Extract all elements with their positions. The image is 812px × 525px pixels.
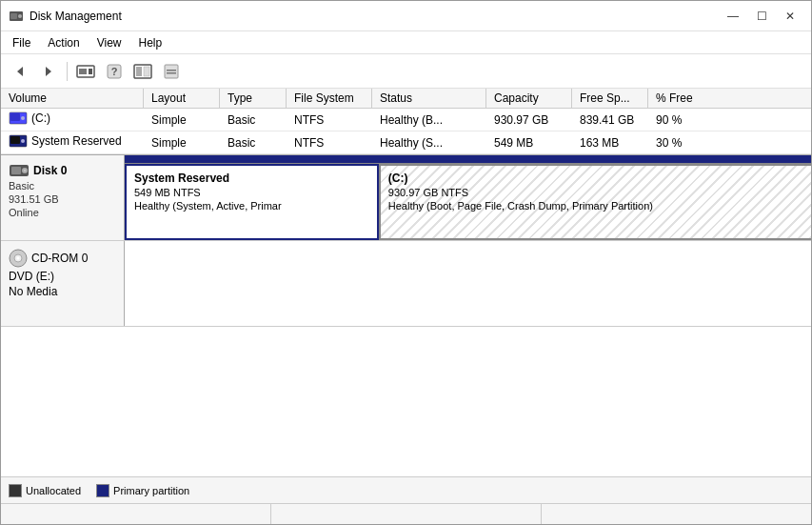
maximize-button[interactable]: ☐ (748, 7, 775, 26)
legend-primary-box (96, 484, 109, 497)
status-bar (1, 503, 811, 524)
svg-rect-23 (11, 167, 21, 174)
legend-unalloc: Unallocated (9, 484, 81, 497)
col-header-freesp[interactable]: Free Sp... (572, 89, 648, 108)
col-header-type[interactable]: Type (220, 89, 287, 108)
drive-icon-sysreserved (9, 134, 28, 148)
status-segment-1 (1, 504, 271, 524)
partition-sysreserved-size: 549 MB NTFS (134, 187, 369, 198)
cell-pctfree-c: 90 % (648, 111, 811, 130)
cdrom0-cd-icon (9, 249, 28, 268)
svg-point-21 (21, 139, 25, 143)
table-row-c[interactable]: (C:) Simple Basic NTFS Healthy (B... 930… (1, 109, 811, 131)
cdrom0-name: CD-ROM 0 (31, 252, 88, 265)
toolbar-forward-button[interactable] (35, 59, 62, 84)
disk-map-area: Disk 0 Basic 931.51 GB Online System Res… (1, 155, 811, 476)
disk0-type: Basic (9, 180, 116, 192)
status-segment-3 (542, 504, 811, 524)
legend-unalloc-box (9, 484, 22, 497)
cdrom0-partitions (125, 241, 811, 326)
cell-freesp-sysreserved: 163 MB (572, 133, 648, 152)
disk0-partitions-row: System Reserved 549 MB NTFS Healthy (Sys… (125, 163, 811, 240)
cell-pctfree-sysreserved: 30 % (648, 133, 811, 152)
partition-c-drive[interactable]: (C:) 930.97 GB NTFS Healthy (Boot, Page … (379, 164, 811, 240)
cell-layout-sysreserved: Simple (144, 133, 220, 152)
toolbar-properties-button[interactable] (129, 59, 156, 84)
menu-view[interactable]: View (89, 34, 129, 51)
drive-icon-c (9, 111, 28, 125)
menu-file[interactable]: File (5, 34, 38, 51)
cdrom0-status: No Media (9, 285, 116, 298)
diskmap-icon (76, 64, 95, 79)
cell-volume-sysreserved: System Reserved (1, 131, 144, 153)
disk0-hdd-icon (9, 163, 30, 178)
toolbar-help-button[interactable]: ? (101, 59, 128, 84)
svg-rect-13 (165, 65, 178, 78)
svg-point-28 (17, 257, 20, 260)
col-header-pctfree[interactable]: % Free (648, 89, 811, 108)
cdrom0-type: DVD (E:) (9, 270, 116, 283)
disk0-info: Disk 0 Basic 931.51 GB Online (1, 155, 125, 240)
title-bar: Disk Management — ☐ ✕ (1, 1, 811, 31)
status-segment-2 (271, 504, 542, 524)
window-icon (9, 9, 24, 24)
disk0-row: Disk 0 Basic 931.51 GB Online System Res… (1, 155, 811, 241)
table-header: Volume Layout Type File System Status Ca… (1, 89, 811, 109)
legend: Unallocated Primary partition (1, 476, 811, 503)
svg-marker-4 (46, 67, 51, 76)
menu-help[interactable]: Help (131, 34, 170, 51)
col-header-filesystem[interactable]: File System (287, 89, 372, 108)
partition-c-name: (C:) (388, 172, 803, 185)
menu-bar: File Action View Help (1, 31, 811, 54)
disk0-status: Online (9, 207, 116, 218)
svg-rect-12 (144, 67, 149, 76)
window-title: Disk Management (30, 10, 122, 23)
disk0-name: Disk 0 (33, 164, 67, 177)
svg-point-18 (21, 116, 25, 120)
toolbar-back-button[interactable] (7, 59, 33, 84)
cell-volume-c: (C:) (1, 109, 144, 131)
svg-marker-3 (17, 67, 23, 76)
svg-rect-7 (89, 69, 92, 74)
partition-sysreserved-name: System Reserved (134, 172, 369, 185)
disk0-size: 931.51 GB (9, 193, 116, 205)
cell-type-sysreserved: Basic (220, 133, 287, 152)
main-content: Volume Layout Type File System Status Ca… (1, 89, 811, 503)
partition-system-reserved[interactable]: System Reserved 549 MB NTFS Healthy (Sys… (125, 164, 379, 240)
cdrom0-row: CD-ROM 0 DVD (E:) No Media (1, 241, 811, 327)
properties-icon (133, 64, 152, 79)
title-bar-left: Disk Management (9, 9, 122, 24)
svg-point-1 (18, 14, 22, 18)
main-window: Disk Management — ☐ ✕ File Action View H… (0, 0, 812, 525)
col-header-capacity[interactable]: Capacity (486, 89, 572, 108)
toolbar-diskmap-button[interactable] (72, 59, 99, 84)
close-button[interactable]: ✕ (777, 7, 803, 26)
toolbar-settings-button[interactable] (158, 59, 185, 84)
svg-rect-11 (136, 67, 142, 76)
menu-action[interactable]: Action (40, 34, 87, 51)
back-icon (13, 65, 27, 78)
legend-unalloc-label: Unallocated (26, 485, 81, 496)
cell-status-c: Healthy (B... (372, 111, 486, 130)
cell-capacity-c: 930.97 GB (486, 111, 572, 130)
minimize-button[interactable]: — (720, 7, 746, 26)
disk0-top-bar (125, 155, 811, 163)
partition-c-size: 930.97 GB NTFS (388, 187, 803, 198)
svg-rect-17 (10, 113, 20, 121)
col-header-layout[interactable]: Layout (144, 89, 220, 108)
col-header-status[interactable]: Status (372, 89, 486, 108)
window-controls: — ☐ ✕ (720, 7, 803, 26)
settings-icon (164, 64, 179, 79)
forward-icon (42, 65, 55, 78)
cell-capacity-sysreserved: 549 MB (486, 133, 572, 152)
svg-rect-6 (79, 69, 87, 74)
cell-type-c: Basic (220, 111, 287, 130)
cdrom0-info: CD-ROM 0 DVD (E:) No Media (1, 241, 125, 326)
col-header-volume[interactable]: Volume (1, 89, 144, 108)
table-row-sysreserved[interactable]: System Reserved Simple Basic NTFS Health… (1, 131, 811, 154)
svg-text:?: ? (111, 66, 118, 77)
disk0-partitions: System Reserved 549 MB NTFS Healthy (Sys… (125, 155, 811, 240)
toolbar-separator-1 (67, 62, 68, 81)
cell-layout-c: Simple (144, 111, 220, 130)
volume-table: Volume Layout Type File System Status Ca… (1, 89, 811, 155)
